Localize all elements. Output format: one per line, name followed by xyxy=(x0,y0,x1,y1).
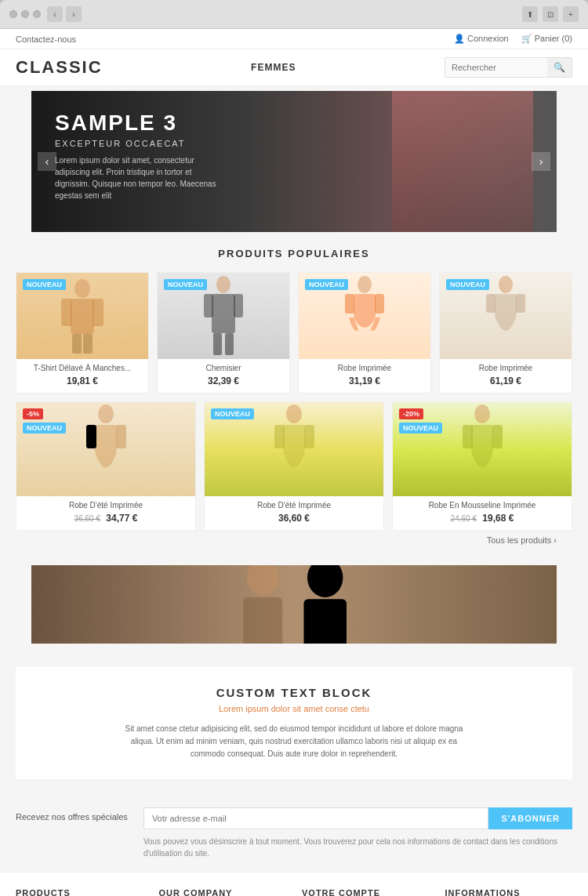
site-wrapper: Contactez-nous 👤 Connexion 🛒 Panier (0) … xyxy=(0,29,588,896)
products-row-2: -5% NOUVEAU Robe D'été Imprimée xyxy=(16,401,572,531)
share-icon[interactable]: ⬆ xyxy=(522,6,538,22)
product-badge-new: NOUVEAU xyxy=(211,408,254,419)
svg-point-6 xyxy=(216,276,230,293)
svg-rect-14 xyxy=(345,294,354,314)
hero-text: Lorem ipsum dolor sit amet, consectetur … xyxy=(55,154,227,201)
svg-rect-10 xyxy=(213,333,222,355)
search-input[interactable] xyxy=(445,59,547,76)
product-name: Robe En Mousseline Imprimée xyxy=(399,501,565,510)
product-card[interactable]: NOUVEAU T-Shirt Délavé À M xyxy=(16,272,149,394)
product-name: Robe D'été Imprimée xyxy=(211,501,377,510)
forward-button[interactable]: › xyxy=(66,6,82,22)
product-info: Robe D'été Imprimée 36,60 € 34,77 € xyxy=(16,496,195,530)
ctb-title: CUSTOM TEXT BLOCK xyxy=(47,686,541,699)
hero-prev-button[interactable]: ‹ xyxy=(38,152,56,171)
top-bar: Contactez-nous 👤 Connexion 🛒 Panier (0) xyxy=(0,29,588,49)
close-dot[interactable] xyxy=(9,10,17,18)
hero-title: SAMPLE 3 xyxy=(55,111,227,136)
newsletter-right: S'ABONNER Vous pouvez vous désinscrire à… xyxy=(143,807,572,859)
site-logo[interactable]: CLASSIC xyxy=(16,57,103,78)
footer-col-account: VOTRE COMPTE Adresses Avoirs Commandes I… xyxy=(302,888,430,896)
product-figure xyxy=(269,404,320,495)
footer-col-title: INFORMATIONS xyxy=(445,888,573,896)
newsletter-input[interactable] xyxy=(143,807,489,829)
footer-col-title: VOTRE COMPTE xyxy=(302,888,430,896)
product-badge-new: NOUVEAU xyxy=(23,423,66,433)
browser-toolbar: ‹ › ⬆ ⊡ + xyxy=(0,0,588,29)
cart-link[interactable]: 🛒 Panier (0) xyxy=(521,34,572,44)
svg-rect-4 xyxy=(72,334,82,354)
custom-text-block: CUSTOM TEXT BLOCK Lorem ipsum dolor sit … xyxy=(16,667,572,779)
banner-figures xyxy=(31,565,557,644)
svg-rect-25 xyxy=(283,425,305,452)
product-card[interactable]: NOUVEAU Robe Imprimée 61,19 € xyxy=(439,272,572,394)
svg-rect-8 xyxy=(204,294,213,317)
browser-actions: ⬆ ⊡ + xyxy=(522,6,579,22)
svg-rect-33 xyxy=(31,565,557,644)
svg-point-0 xyxy=(74,279,90,298)
product-name: Robe Imprimée xyxy=(446,364,565,372)
svg-rect-21 xyxy=(95,425,117,452)
svg-rect-15 xyxy=(375,294,384,314)
footer: PRODUCTS Promotions Nouveaux produits Me… xyxy=(0,872,588,896)
newsletter-form: S'ABONNER xyxy=(143,807,572,829)
svg-rect-18 xyxy=(486,294,495,313)
search-button[interactable]: 🔍 xyxy=(547,58,572,77)
top-bar-right: 👤 Connexion 🛒 Panier (0) xyxy=(454,34,572,44)
contact-link[interactable]: Contactez-nous xyxy=(16,34,76,44)
user-icon: 👤 xyxy=(454,34,465,43)
login-link[interactable]: 👤 Connexion xyxy=(454,34,509,44)
newsletter-disclaimer: Vous pouvez vous désinscrire à tout mome… xyxy=(143,836,572,859)
maximize-dot[interactable] xyxy=(33,10,41,18)
banner-image xyxy=(31,565,557,644)
footer-col-title: PRODUCTS xyxy=(16,888,143,896)
footer-col-company: OUR COMPANY Livraison Mentions légales C… xyxy=(159,888,287,896)
svg-rect-27 xyxy=(304,425,314,448)
back-button[interactable]: ‹ xyxy=(47,6,63,22)
product-info: Robe Imprimée 61,19 € xyxy=(440,359,572,393)
copy-icon[interactable]: ⊡ xyxy=(543,6,558,22)
product-pricing: 36,60 € 34,77 € xyxy=(23,513,189,524)
header: CLASSIC FEMMES 🔍 xyxy=(0,49,588,86)
product-pricing: 24,60 € 19,68 € xyxy=(399,513,565,524)
product-info: Robe En Mousseline Imprimée 24,60 € 19,6… xyxy=(393,496,572,530)
product-badge-discount: -20% xyxy=(399,408,423,419)
nav-femmes[interactable]: FEMMES xyxy=(251,62,296,73)
hero-next-button[interactable]: › xyxy=(532,152,550,171)
svg-rect-7 xyxy=(212,294,235,333)
product-badge-discount: -5% xyxy=(23,408,43,419)
products-row-1: NOUVEAU T-Shirt Délavé À M xyxy=(16,272,572,394)
product-badge-new: NOUVEAU xyxy=(399,423,442,433)
svg-rect-35 xyxy=(243,597,282,644)
product-price: 31,19 € xyxy=(305,375,424,386)
product-price: 34,77 € xyxy=(106,513,137,524)
product-card[interactable]: -20% NOUVEAU Robe En Mousseline Imprimée xyxy=(392,401,572,531)
ctb-text: Sit amet conse ctetur adipisicing elit, … xyxy=(114,723,474,760)
product-name: Robe Imprimée xyxy=(305,364,424,372)
minimize-dot[interactable] xyxy=(21,10,29,18)
svg-rect-11 xyxy=(225,333,234,355)
product-info: Chemisier 32,39 € xyxy=(158,359,289,393)
product-price: 61,19 € xyxy=(446,375,565,386)
products-section-title: PRODUITS POPULAIRES xyxy=(16,248,572,259)
product-figure xyxy=(457,404,508,495)
product-card[interactable]: NOUVEAU Robe Imprimée xyxy=(298,272,431,394)
product-old-price: 24,60 € xyxy=(451,514,477,523)
newsletter-subscribe-button[interactable]: S'ABONNER xyxy=(488,807,572,829)
product-card[interactable]: NOUVEAU Chemisier 32,39 € xyxy=(157,272,290,394)
newsletter-label: Recevez nos offres spéciales xyxy=(16,807,128,822)
all-products-link[interactable]: Tous les produits › xyxy=(16,531,572,550)
svg-rect-3 xyxy=(93,299,103,326)
footer-col-title: OUR COMPANY xyxy=(159,888,287,896)
new-tab-icon[interactable]: + xyxy=(563,6,579,22)
product-card[interactable]: -5% NOUVEAU Robe D'été Imprimée xyxy=(16,401,196,531)
window-controls xyxy=(9,10,41,18)
product-info: Robe D'été Imprimée 36,60 € xyxy=(205,496,383,530)
product-price: 19,68 € xyxy=(482,513,514,524)
svg-rect-5 xyxy=(83,334,93,354)
hero-slider: SAMPLE 3 EXCEPTEUR OCCAECAT Lorem ipsum … xyxy=(31,91,557,232)
ctb-subtitle: Lorem ipsum dolor sit amet conse ctetu xyxy=(47,704,541,713)
product-card[interactable]: NOUVEAU Robe D'été Imprimée 36,60 € xyxy=(204,401,384,531)
svg-rect-26 xyxy=(274,425,285,448)
svg-point-12 xyxy=(358,276,372,293)
